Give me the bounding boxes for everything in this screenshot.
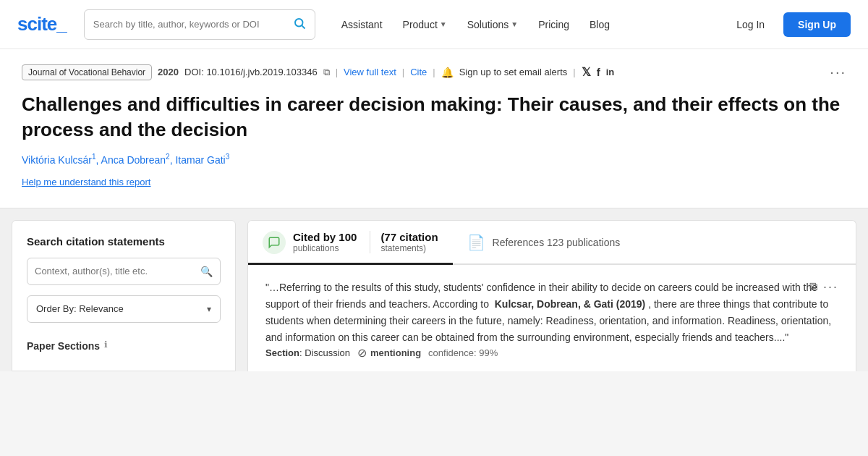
citation-sub: statements): [380, 243, 438, 253]
cited-by-count: Cited by 100: [293, 231, 357, 243]
confidence-label: confidence: 99%: [428, 347, 498, 358]
logo-text: scite_: [17, 13, 67, 35]
cited-by-icon: [263, 231, 286, 254]
check-circle-icon: ⊘: [357, 346, 367, 360]
paper-sections-label: Paper Sections: [27, 340, 100, 352]
journal-badge: Journal of Vocational Behavior: [22, 64, 152, 80]
cite-link[interactable]: Cite: [410, 67, 427, 77]
tabs-area: Cited by 100 publications (77 citation s…: [247, 220, 856, 371]
authors: Viktória Kulcsár1, Anca Dobrean2, Itamar…: [22, 153, 846, 166]
cited-by-sub: publications: [293, 243, 357, 253]
references-label: References 123 publications: [493, 237, 621, 248]
author-2[interactable]: Anca Dobrean2: [101, 154, 170, 166]
svg-point-0: [295, 19, 303, 27]
mentioning-label: mentioning: [370, 347, 421, 358]
search-bar[interactable]: [84, 9, 315, 40]
help-link[interactable]: Help me understand this report: [22, 177, 150, 187]
tabs-header: Cited by 100 publications (77 citation s…: [248, 221, 856, 265]
author-1[interactable]: Viktória Kulcsár1: [22, 154, 96, 166]
nav-item-pricing[interactable]: Pricing: [529, 13, 578, 36]
copy-doi-icon[interactable]: ⧉: [323, 67, 330, 78]
mentioning-badge: ⊘ mentioning: [357, 346, 421, 360]
citation-card: "…Referring to the results of this study…: [248, 265, 856, 371]
doi-label: DOI:: [184, 67, 204, 77]
citation-quote-container: "…Referring to the results of this study…: [265, 279, 838, 346]
paper-sections-row: Paper Sections ℹ: [27, 337, 221, 352]
signup-button[interactable]: Sign Up: [783, 12, 851, 37]
nav-item-product[interactable]: Product ▼: [394, 13, 456, 36]
chevron-down-icon: ▼: [511, 20, 518, 28]
sidebar-title: Search citation statements: [27, 235, 221, 248]
twitter-icon[interactable]: 𝕏: [582, 65, 591, 79]
nav-label-product: Product: [403, 19, 438, 30]
paper-meta: Journal of Vocational Behavior 2020 DOI:…: [22, 64, 846, 80]
nav-item-blog[interactable]: Blog: [581, 13, 618, 36]
nav-label-assistant: Assistant: [341, 19, 383, 30]
references-icon: 📄: [467, 234, 485, 251]
main-nav: Assistant Product ▼ Solutions ▼ Pricing …: [333, 13, 716, 36]
citation-quote: "…Referring to the results of this study…: [265, 279, 838, 346]
main-header: scite_ Assistant Product ▼ Solutions ▼ P…: [0, 0, 868, 49]
facebook-icon[interactable]: f: [597, 66, 600, 78]
alert-text: Sign up to set email alerts: [459, 67, 568, 77]
nav-item-solutions[interactable]: Solutions ▼: [459, 13, 527, 36]
linkedin-icon[interactable]: in: [606, 67, 615, 77]
paper-year: 2020: [158, 67, 179, 77]
citation-search-icon: 🔍: [200, 266, 213, 277]
paper-title: Challenges and difficulties in career de…: [22, 92, 846, 143]
nav-label-blog: Blog: [590, 19, 610, 30]
search-icon: [293, 17, 306, 32]
order-by-dropdown[interactable]: Order By: Relevance ▾: [27, 295, 221, 323]
doi-value: 10.1016/j.jvb.2019.103346: [206, 67, 317, 77]
bell-icon: 🔔: [441, 67, 454, 78]
author-3[interactable]: Itamar Gati3: [175, 154, 229, 166]
svg-line-1: [302, 25, 305, 28]
order-by-label: Order By: Relevance: [36, 303, 124, 314]
citation-more-button[interactable]: ···: [823, 279, 838, 295]
paper-section: Journal of Vocational Behavior 2020 DOI:…: [0, 49, 868, 208]
cited-by-text: Cited by 100 publications: [293, 231, 357, 253]
view-full-text-link[interactable]: View full text: [344, 67, 396, 77]
paper-sections-info-icon: ℹ: [104, 339, 108, 350]
tab-references[interactable]: 📄 References 123 publications: [453, 221, 635, 265]
citation-footer: Section: Discussion ⊘ mentioning confide…: [265, 346, 838, 360]
nav-label-pricing: Pricing: [538, 19, 569, 30]
section-label: Section: Discussion: [265, 347, 350, 358]
paper-more-button[interactable]: ···: [830, 64, 846, 80]
main-content: Search citation statements 🔍 Order By: R…: [0, 208, 868, 371]
logo[interactable]: scite_: [17, 13, 67, 35]
login-button[interactable]: Log In: [725, 13, 776, 36]
paper-doi: DOI: 10.1016/j.jvb.2019.103346: [184, 67, 318, 77]
nav-item-assistant[interactable]: Assistant: [333, 13, 391, 36]
copy-citation-button[interactable]: ⧉: [809, 280, 817, 293]
citation-count: (77 citation: [380, 231, 438, 243]
chevron-down-icon: ▾: [207, 304, 211, 314]
section-value: Discussion: [305, 347, 350, 358]
tab-cited-by[interactable]: Cited by 100 publications (77 citation s…: [248, 221, 453, 265]
sidebar: Search citation statements 🔍 Order By: R…: [12, 220, 236, 371]
chevron-down-icon: ▼: [440, 20, 447, 28]
citation-search-input[interactable]: [35, 266, 200, 276]
search-input[interactable]: [93, 19, 289, 30]
citation-search-bar[interactable]: 🔍: [27, 258, 221, 285]
citation-statements-text: (77 citation statements): [370, 231, 438, 253]
nav-label-solutions: Solutions: [467, 19, 509, 30]
social-icons: 𝕏 f in: [582, 65, 615, 79]
header-actions: Log In Sign Up: [725, 12, 851, 37]
citation-card-actions: ⧉ ···: [809, 279, 838, 295]
